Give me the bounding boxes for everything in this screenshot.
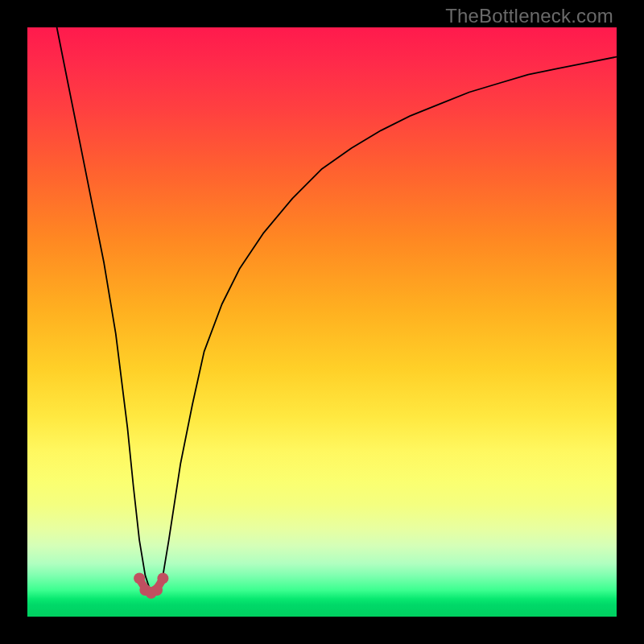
chart-frame: TheBottleneck.com <box>0 0 644 644</box>
watermark: TheBottleneck.com <box>445 5 613 27</box>
marker-dot <box>157 572 168 584</box>
marker-dot <box>151 584 163 596</box>
plot-area <box>27 27 617 617</box>
bottleneck-curve <box>27 27 617 617</box>
marker-dot <box>134 572 145 584</box>
curve-path <box>57 27 617 593</box>
